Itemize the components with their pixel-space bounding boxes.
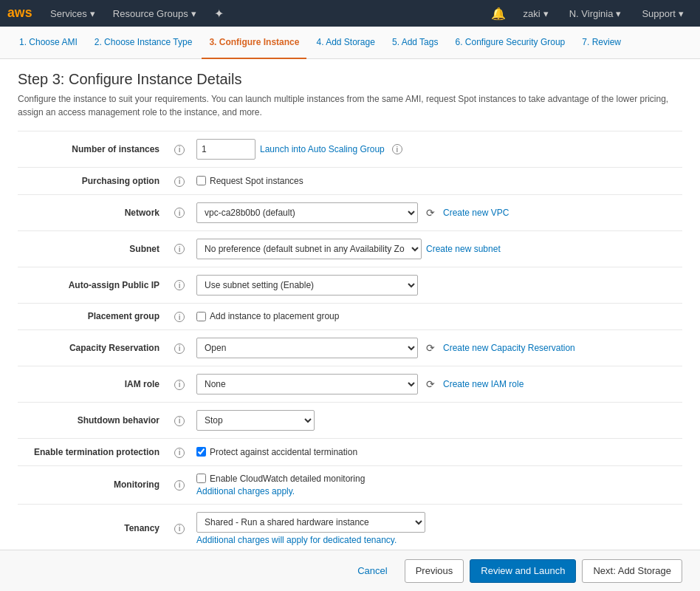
row-tenancy: Tenancy i Shared - Run a shared hardware… <box>18 504 682 550</box>
purchasing-info[interactable]: i <box>174 177 185 187</box>
termination-protection-label: Enable termination protection <box>18 439 165 466</box>
network-info[interactable]: i <box>174 208 185 218</box>
subnet-info[interactable]: i <box>174 244 185 254</box>
num-instances-label: Number of instances <box>18 131 165 168</box>
auto-assign-ip-info[interactable]: i <box>174 280 185 290</box>
region-menu[interactable]: N. Virginia ▾ <box>560 0 631 27</box>
row-shutdown-behavior: Shutdown behavior i Stop Terminate <box>18 403 682 439</box>
wizard-steps: 1. Choose AMI 2. Choose Instance Type 3.… <box>0 27 700 59</box>
placement-group-label: Placement group <box>18 303 165 330</box>
step-1[interactable]: 1. Choose AMI <box>12 27 85 59</box>
user-menu[interactable]: zaki ▾ <box>515 0 557 27</box>
row-purchasing-option: Purchasing option i Request Spot instanc… <box>18 168 682 195</box>
tenancy-select[interactable]: Shared - Run a shared hardware instance … <box>196 512 425 533</box>
create-iam-link[interactable]: Create new IAM role <box>443 379 524 389</box>
num-instances-info[interactable]: i <box>174 145 185 155</box>
capacity-refresh-icon[interactable]: ⟳ <box>422 340 439 356</box>
row-capacity-reservation: Capacity Reservation i Open ⟳ Create new… <box>18 330 682 366</box>
monitoring-note[interactable]: Additional charges apply. <box>196 486 676 496</box>
iam-refresh-icon[interactable]: ⟳ <box>422 376 439 392</box>
resource-groups-menu[interactable]: Resource Groups ▾ <box>104 0 205 27</box>
iam-role-label: IAM role <box>18 366 165 403</box>
row-auto-assign-ip: Auto-assign Public IP i Use subnet setti… <box>18 267 682 303</box>
page-title: Step 3: Configure Instance Details <box>18 71 682 88</box>
autoscaling-info[interactable]: i <box>392 144 402 154</box>
top-navigation: aws Services ▾ Resource Groups ▾ ✦ 🔔 zak… <box>0 0 700 27</box>
request-spot-checkbox-label[interactable]: Request Spot instances <box>196 176 676 186</box>
monitoring-label: Monitoring <box>18 465 165 504</box>
monitoring-info[interactable]: i <box>174 480 185 491</box>
subnet-label: Subnet <box>18 230 165 267</box>
chevron-down-icon: ▾ <box>90 8 95 19</box>
step-6[interactable]: 6. Configure Security Group <box>448 27 573 59</box>
pin-icon[interactable]: ✦ <box>205 0 233 27</box>
support-menu[interactable]: Support ▾ <box>633 0 693 27</box>
request-spot-checkbox[interactable] <box>196 176 206 185</box>
placement-group-checkbox[interactable] <box>196 312 206 321</box>
shutdown-behavior-info[interactable]: i <box>174 416 185 426</box>
network-refresh-icon[interactable]: ⟳ <box>422 205 439 221</box>
subnet-select[interactable]: No preference (default subnet in any Ava… <box>196 239 422 259</box>
placement-group-info[interactable]: i <box>174 312 185 322</box>
capacity-reservation-info[interactable]: i <box>174 344 185 354</box>
termination-protection-info[interactable]: i <box>174 448 185 458</box>
capacity-reservation-select[interactable]: Open <box>196 338 418 358</box>
tenancy-note[interactable]: Additional charges will apply for dedica… <box>196 535 676 545</box>
row-num-instances: Number of instances i Launch into Auto S… <box>18 131 682 168</box>
network-select[interactable]: vpc-ca28b0b0 (default) <box>196 202 418 223</box>
placement-group-checkbox-label[interactable]: Add instance to placement group <box>196 311 676 321</box>
purchasing-label: Purchasing option <box>18 168 165 195</box>
chevron-down-icon: ▾ <box>543 8 549 19</box>
termination-protection-checkbox[interactable] <box>196 447 206 457</box>
autoscaling-link[interactable]: Launch into Auto Scaling Group <box>260 144 385 154</box>
tenancy-label: Tenancy <box>18 504 165 550</box>
create-capacity-link[interactable]: Create new Capacity Reservation <box>443 343 575 353</box>
row-network: Network i vpc-ca28b0b0 (default) ⟳ Creat… <box>18 194 682 230</box>
step-5[interactable]: 5. Add Tags <box>385 27 446 59</box>
page-description: Configure the instance to suit your requ… <box>18 92 682 119</box>
iam-role-select[interactable]: None <box>196 374 418 394</box>
chevron-down-icon: ▾ <box>616 8 621 19</box>
row-iam-role: IAM role i None ⟳ Create new IAM role <box>18 366 682 403</box>
num-instances-input[interactable] <box>196 139 255 160</box>
tenancy-info[interactable]: i <box>174 524 185 534</box>
main-content: Step 3: Configure Instance Details Confi… <box>0 59 700 550</box>
termination-protection-checkbox-label[interactable]: Protect against accidental termination <box>196 447 676 457</box>
shutdown-behavior-select[interactable]: Stop Terminate <box>196 410 315 431</box>
svg-text:aws: aws <box>7 5 32 20</box>
create-vpc-link[interactable]: Create new VPC <box>443 208 509 218</box>
bell-icon[interactable]: 🔔 <box>485 7 512 21</box>
capacity-reservation-label: Capacity Reservation <box>18 330 165 366</box>
monitoring-checkbox[interactable] <box>196 474 206 483</box>
chevron-down-icon: ▾ <box>679 8 684 19</box>
row-monitoring: Monitoring i Enable CloudWatch detailed … <box>18 465 682 504</box>
step-4[interactable]: 4. Add Storage <box>309 27 382 59</box>
network-label: Network <box>18 194 165 230</box>
auto-assign-ip-label: Auto-assign Public IP <box>18 267 165 303</box>
auto-assign-ip-select[interactable]: Use subnet setting (Enable) <box>196 275 418 296</box>
aws-logo: aws <box>7 3 35 24</box>
shutdown-behavior-label: Shutdown behavior <box>18 403 165 439</box>
row-placement-group: Placement group i Add instance to placem… <box>18 303 682 330</box>
row-termination-protection: Enable termination protection i Protect … <box>18 439 682 466</box>
services-menu[interactable]: Services ▾ <box>41 0 104 27</box>
step-7[interactable]: 7. Review <box>574 27 628 59</box>
step-3[interactable]: 3. Configure Instance <box>202 27 306 59</box>
monitoring-checkbox-label[interactable]: Enable CloudWatch detailed monitoring <box>196 474 676 484</box>
row-subnet: Subnet i No preference (default subnet i… <box>18 230 682 267</box>
iam-role-info[interactable]: i <box>174 380 185 390</box>
instance-config-form: Number of instances i Launch into Auto S… <box>18 131 682 550</box>
step-2[interactable]: 2. Choose Instance Type <box>87 27 200 59</box>
create-subnet-link[interactable]: Create new subnet <box>426 244 501 254</box>
chevron-down-icon: ▾ <box>191 8 196 19</box>
